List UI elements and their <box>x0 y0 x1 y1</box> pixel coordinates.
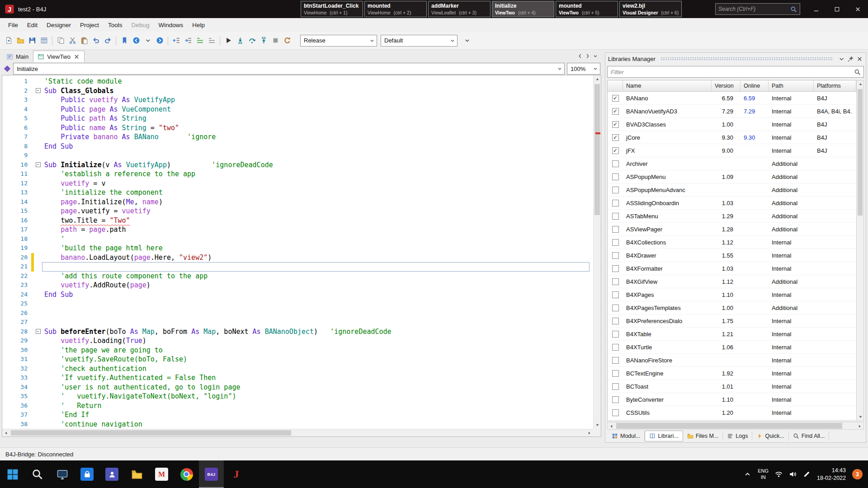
library-checkbox[interactable] <box>612 357 619 364</box>
error-marker[interactable] <box>595 132 600 134</box>
code-line-9[interactable]: 9 <box>2 151 593 160</box>
library-checkbox[interactable] <box>612 396 619 403</box>
app-b4j-ide[interactable]: B4J <box>199 460 224 488</box>
fold-toggle-icon[interactable]: − <box>36 329 41 334</box>
library-checkbox[interactable]: ✓ <box>612 134 619 141</box>
editor-horizontal-scrollbar[interactable] <box>2 429 593 436</box>
caret-down-small-button[interactable] <box>142 35 154 47</box>
code-line-10[interactable]: 10−Sub Initialize(v As VuetifyApp) 'igno… <box>2 160 593 170</box>
code-line-18[interactable]: 18 ' <box>2 235 593 244</box>
menu-debug[interactable]: Debug <box>127 20 154 30</box>
library-checkbox[interactable] <box>612 252 619 259</box>
redo-button[interactable] <box>102 35 113 47</box>
fold-toggle-icon[interactable]: − <box>36 162 41 167</box>
code-line-29[interactable]: 29 vuetify.Loading(True) <box>2 336 593 346</box>
code-line-35[interactable]: 35 ' vuetify.NavigateToNext(boNext, "log… <box>2 392 593 401</box>
library-online-version[interactable]: 7.29 <box>741 108 769 115</box>
library-row[interactable]: B4XPagesTemplates1.00Additional <box>608 301 856 314</box>
scrollbar-thumb[interactable] <box>858 89 863 216</box>
code-line-1[interactable]: 1'Static code module <box>2 77 593 86</box>
library-online-version[interactable]: 6.59 <box>741 95 769 102</box>
code-line-5[interactable]: 5 Public path As String <box>2 114 593 123</box>
library-row[interactable]: ByteConverter1.10Internal <box>608 393 856 406</box>
doc-tab-viewtwo[interactable]: ViewTwo <box>33 51 85 62</box>
library-row[interactable]: ASViewPager1.28Additional <box>608 223 856 236</box>
library-row[interactable]: ArchiverAdditional <box>608 157 856 170</box>
code-line-7[interactable]: 7 Private banano As BANano 'ignore <box>2 132 593 142</box>
step-into-button[interactable] <box>234 35 246 47</box>
maximize-button[interactable] <box>826 0 847 18</box>
copy-button[interactable] <box>55 35 66 47</box>
scrollbar-thumb[interactable] <box>616 423 842 429</box>
close-button[interactable] <box>847 0 868 18</box>
library-row[interactable]: B4XGifView1.12Additional <box>608 275 856 288</box>
paste-button[interactable] <box>78 35 90 47</box>
code-line-26[interactable]: 26 <box>2 309 593 318</box>
column-header-version[interactable]: Version <box>712 80 741 91</box>
app-gmail[interactable]: M <box>149 460 174 488</box>
library-row[interactable]: ✓BANano6.596.59InternalB4J <box>608 92 856 105</box>
quick-tab-5[interactable]: mountedViewTwo(ctrl + 5) <box>556 1 618 17</box>
scroll-right-icon[interactable] <box>585 429 593 437</box>
library-checkbox[interactable] <box>612 160 619 167</box>
library-checkbox[interactable] <box>612 187 619 193</box>
code-line-34[interactable]: 34 'user is not authenticated, go to log… <box>2 383 593 392</box>
pin-icon[interactable] <box>847 56 854 62</box>
chevron-down-icon[interactable] <box>838 56 845 62</box>
scroll-left-icon[interactable] <box>608 422 615 430</box>
indent-button[interactable] <box>182 35 194 47</box>
column-header-path[interactable]: Path <box>769 80 814 91</box>
quick-tab-4[interactable]: InitializeViewTwo(ctrl + 4) <box>492 1 554 17</box>
library-row[interactable]: B4XTurtle1.06Internal <box>608 341 856 354</box>
rebuild-button[interactable] <box>281 35 293 47</box>
library-row[interactable]: ✓jFX9.00InternalB4J <box>608 144 856 157</box>
code-line-13[interactable]: 13 'initialize the component <box>2 188 593 197</box>
run-configuration-select[interactable]: Default <box>381 35 458 47</box>
library-checkbox[interactable] <box>612 370 619 377</box>
titlebar-search-box[interactable] <box>715 3 800 15</box>
panel-tab-logs[interactable]: Logs <box>723 431 752 441</box>
save-button[interactable] <box>26 35 38 47</box>
library-checkbox[interactable]: ✓ <box>612 95 619 102</box>
code-line-2[interactable]: 2−Sub Class_Globals <box>2 86 593 96</box>
menu-tools[interactable]: Tools <box>104 20 127 30</box>
library-row[interactable]: B4XTable1.21Internal <box>608 328 856 341</box>
method-selector[interactable]: Initialize <box>13 63 565 75</box>
step-out-button[interactable] <box>258 35 269 47</box>
volume-icon[interactable] <box>789 470 797 478</box>
app-chrome[interactable] <box>174 460 199 488</box>
code-line-25[interactable]: 25 <box>2 299 593 309</box>
step-over-button[interactable] <box>246 35 258 47</box>
scrollbar-thumb[interactable] <box>594 84 600 215</box>
stop-button[interactable] <box>269 35 281 47</box>
app-file-explorer[interactable] <box>124 460 149 488</box>
zoom-selector[interactable]: 100% <box>567 63 600 75</box>
build-configuration-select[interactable]: Release <box>300 35 377 47</box>
undo-button[interactable] <box>90 35 102 47</box>
code-line-22[interactable]: 22 'add this route component to the app <box>2 272 593 281</box>
library-checkbox[interactable] <box>612 265 619 272</box>
library-row[interactable]: BCTextEngine1.92Internal <box>608 367 856 380</box>
app-store[interactable] <box>75 460 99 488</box>
code-line-38[interactable]: 38 'continue navigation <box>2 420 593 429</box>
open-project-button[interactable] <box>14 35 26 47</box>
code-line-17[interactable]: 17 path = page.path <box>2 225 593 235</box>
outdent-button[interactable] <box>170 35 182 47</box>
libraries-vertical-scrollbar[interactable] <box>856 80 864 421</box>
library-row[interactable]: B4XPreferencesDialo1.75Internal <box>608 314 856 328</box>
code-line-33[interactable]: 33 'If vuetify.Authenticated = False The… <box>2 373 593 383</box>
modules-button[interactable] <box>38 35 50 47</box>
panel-tab-modules[interactable]: Modul... <box>608 431 645 441</box>
column-header-name[interactable]: Name <box>623 80 712 91</box>
library-checkbox[interactable] <box>612 331 619 338</box>
nav-forward-button[interactable] <box>154 35 165 47</box>
library-checkbox[interactable] <box>612 239 619 246</box>
scroll-tabs-left-icon[interactable] <box>577 53 583 59</box>
library-row[interactable]: BANanoFireStoreInternal <box>608 354 856 367</box>
menu-project[interactable]: Project <box>75 20 104 30</box>
notification-badge[interactable]: 3 <box>852 469 863 479</box>
library-checkbox[interactable] <box>612 318 619 324</box>
cut-button[interactable] <box>66 35 78 47</box>
filter-input[interactable] <box>607 66 864 78</box>
code-area[interactable]: 1'Static code module2−Sub Class_Globals3… <box>2 77 593 429</box>
